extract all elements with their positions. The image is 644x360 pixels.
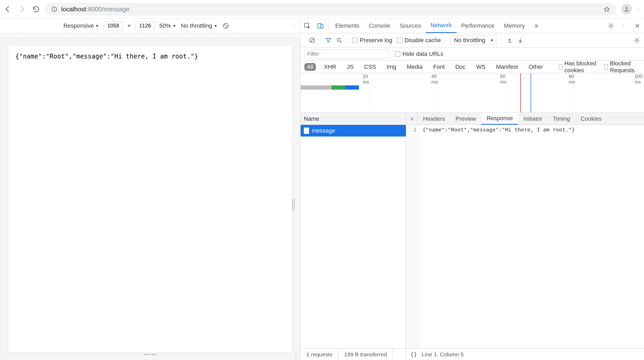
has-blocked-cookies-checkbox[interactable]: Has blocked cookies <box>559 60 599 74</box>
svg-point-21 <box>337 38 340 41</box>
detail-tab-response[interactable]: Response <box>481 113 518 125</box>
type-filter-ws[interactable]: WS <box>474 63 488 71</box>
tab-network[interactable]: Network <box>426 18 456 33</box>
star-icon[interactable] <box>603 6 610 13</box>
zoom-label: 50% <box>159 22 171 29</box>
request-row[interactable]: message <box>301 125 406 137</box>
toggle-device-icon[interactable] <box>314 18 327 33</box>
search-icon[interactable] <box>336 37 343 43</box>
viewport-height-input[interactable] <box>136 21 155 30</box>
device-toolbar-menu-icon[interactable] <box>294 22 296 30</box>
back-icon[interactable] <box>4 5 12 13</box>
detail-tab-timing[interactable]: Timing <box>548 113 575 125</box>
tab-sources[interactable]: Sources <box>395 18 426 33</box>
filter-input[interactable] <box>304 50 389 59</box>
chrome-menu-icon[interactable] <box>638 6 640 13</box>
disable-cache-checkbox[interactable]: Disable cache <box>397 37 441 44</box>
canvas-wrap: {"name":"Root","message":"Hi there, I am… <box>0 38 300 360</box>
more-tabs-icon[interactable] <box>530 18 543 33</box>
svg-point-16 <box>623 25 624 25</box>
network-type-filter-bar: All XHR JS CSS Img Media Font Doc WS Man… <box>301 61 644 73</box>
devtools-close-icon[interactable] <box>631 23 644 29</box>
network-toolbar: Preserve log Disable cache No throttling… <box>301 33 644 47</box>
type-filter-doc[interactable]: Doc <box>453 63 468 71</box>
detail-tab-initiator[interactable]: Initiator <box>518 113 547 125</box>
network-throttling-dropdown[interactable]: No throttling▼ <box>451 36 497 45</box>
type-filter-font[interactable]: Font <box>430 63 447 71</box>
tab-elements[interactable]: Elements <box>330 18 364 33</box>
dimension-x: × <box>127 22 131 29</box>
response-status-bar: {} Line 1, Column 5 <box>406 348 644 360</box>
type-filter-media[interactable]: Media <box>404 63 425 71</box>
timeline-tick: 20 ms <box>363 74 369 85</box>
import-har-icon[interactable] <box>507 37 513 43</box>
ruler <box>0 33 300 38</box>
resize-handle-corner-icon[interactable]: ⋰ <box>291 351 300 360</box>
devtools-settings-icon[interactable] <box>604 22 618 29</box>
disable-cache-label: Disable cache <box>405 37 441 44</box>
svg-point-11 <box>294 26 294 26</box>
svg-point-4 <box>638 8 639 9</box>
devtools-pane: Elements Console Sources Network Perform… <box>301 18 644 360</box>
address-bar[interactable]: localhost:8000/message <box>45 3 617 16</box>
blocked-requests-checkbox[interactable]: Blocked Requests <box>604 60 640 74</box>
svg-line-20 <box>311 39 314 42</box>
viewport-width-input[interactable] <box>104 21 123 30</box>
svg-point-10 <box>294 26 294 26</box>
tab-memory[interactable]: Memory <box>499 18 530 33</box>
rotate-icon[interactable] <box>222 22 229 29</box>
device-throttling-label: No throttling <box>181 22 212 29</box>
preserve-log-checkbox[interactable]: Preserve log <box>352 37 392 44</box>
inspect-element-icon[interactable] <box>301 18 314 33</box>
timeline-bar-wait <box>331 85 345 90</box>
timeline-tick: 80 ms <box>569 74 575 85</box>
detail-tab-cookies[interactable]: Cookies <box>575 113 607 125</box>
detail-tab-headers[interactable]: Headers <box>418 113 450 125</box>
device-mode-label: Responsive <box>63 22 94 29</box>
device-mode-dropdown[interactable]: Responsive ▼ <box>63 22 99 29</box>
preserve-log-label: Preserve log <box>360 37 392 44</box>
device-throttling-dropdown[interactable]: No throttling ▼ <box>181 22 217 29</box>
detail-close-icon[interactable] <box>406 113 418 125</box>
hide-data-urls-checkbox[interactable]: Hide data URLs <box>395 51 443 57</box>
zoom-dropdown[interactable]: 50% ▼ <box>159 22 176 29</box>
timeline-tick: 100 ms <box>635 74 642 85</box>
resize-handle-bottom[interactable] <box>144 354 157 357</box>
devtools-menu-icon[interactable] <box>618 22 631 30</box>
nav-buttons <box>4 5 40 13</box>
line-number-gutter: 1 <box>406 125 419 348</box>
network-settings-icon[interactable] <box>633 37 640 44</box>
type-filter-img[interactable]: Img <box>384 63 399 71</box>
status-transferred: 199 B transferred <box>338 349 393 360</box>
type-filter-all[interactable]: All <box>304 63 316 71</box>
tab-performance[interactable]: Performance <box>456 18 499 33</box>
rendered-page[interactable]: {"name":"Root","message":"Hi there, I am… <box>8 46 292 353</box>
network-timeline[interactable]: 20 ms 40 ms 60 ms 80 ms 100 ms <box>301 73 644 113</box>
document-icon <box>304 128 309 134</box>
pane-drag-handle[interactable] <box>292 199 296 211</box>
export-har-icon[interactable] <box>517 37 523 43</box>
network-status-bar: 1 requests 199 B transferred <box>301 348 406 360</box>
svg-point-5 <box>638 9 639 9</box>
profile-avatar-icon[interactable] <box>621 4 632 14</box>
type-filter-manifest[interactable]: Manifest <box>493 63 521 71</box>
site-info-icon[interactable] <box>51 6 57 12</box>
filter-toggle-icon[interactable] <box>325 37 331 43</box>
request-list-header[interactable]: Name <box>301 113 406 125</box>
timeline-tick: 40 ms <box>431 74 438 85</box>
response-viewer[interactable]: 1 {"name":"Root","message":"Hi there, I … <box>406 125 644 348</box>
type-filter-other[interactable]: Other <box>526 63 546 71</box>
request-name: message <box>312 127 335 134</box>
type-filter-js[interactable]: JS <box>344 63 356 71</box>
request-detail: Headers Preview Response Initiator Timin… <box>406 113 644 360</box>
tab-console[interactable]: Console <box>364 18 395 33</box>
timeline-bar-queue <box>301 85 331 90</box>
type-filter-xhr[interactable]: XHR <box>321 63 339 71</box>
detail-tab-preview[interactable]: Preview <box>450 113 481 125</box>
forward-icon[interactable] <box>18 5 26 13</box>
type-filter-css[interactable]: CSS <box>362 63 379 71</box>
pretty-print-icon[interactable]: {} <box>410 351 417 358</box>
clear-icon[interactable] <box>309 37 315 43</box>
svg-rect-14 <box>321 25 323 28</box>
reload-icon[interactable] <box>32 5 40 13</box>
